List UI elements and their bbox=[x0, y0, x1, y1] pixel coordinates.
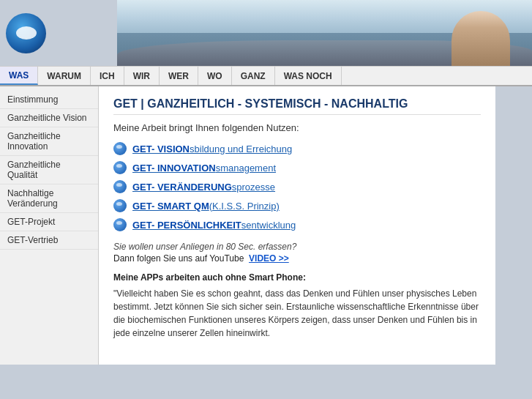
page-title: GET | GANZHEITLICH - SYSTEMISCH - NACHHA… bbox=[113, 97, 481, 115]
sidebar-item-vertrieb[interactable]: GET-Vertrieb bbox=[0, 231, 98, 250]
benefit-link-innovation[interactable]: GET- INNOVATIONsmanagement bbox=[132, 163, 276, 174]
sidebar-item-projekt[interactable]: GET-Projekt bbox=[0, 213, 98, 231]
video-follow-text: Dann folgen Sie uns auf YouTube bbox=[113, 253, 244, 264]
header bbox=[0, 0, 532, 66]
video-follow-line: Dann folgen Sie uns auf YouTube VIDEO >> bbox=[113, 253, 481, 264]
video-invite-text: Sie wollen unser Anliegen in 80 Sec. erf… bbox=[113, 242, 481, 252]
header-left bbox=[0, 0, 117, 66]
sidebar: Einstimmung Ganzheitliche Vision Ganzhei… bbox=[0, 86, 99, 365]
apps-section: Meine APPs arbeiten auch ohne Smart Phon… bbox=[113, 272, 481, 340]
benefit-prefix-vision: GET- VISION bbox=[132, 143, 190, 154]
benefits-list: GET- VISIONsbildung und Erreichung GET- … bbox=[113, 142, 481, 231]
benefit-suffix-innovation: smanagement bbox=[216, 163, 276, 174]
benefit-suffix-persoenlichkeit: sentwicklung bbox=[241, 220, 296, 231]
benefit-icon-veraenderung bbox=[113, 180, 127, 193]
benefit-icon-innovation bbox=[113, 161, 127, 174]
benefit-innovation: GET- INNOVATIONsmanagement bbox=[113, 161, 481, 174]
apps-title: Meine APPs arbeiten auch ohne Smart Phon… bbox=[113, 272, 481, 283]
benefit-smartqm: GET- SMART QM(K.I.S.S. Prinzip) bbox=[113, 199, 481, 212]
video-section: Sie wollen unser Anliegen in 80 Sec. erf… bbox=[113, 242, 481, 264]
header-banner bbox=[117, 0, 532, 66]
benefit-link-veraenderung[interactable]: GET- VERÄNDERUNGsprozesse bbox=[132, 182, 275, 193]
nav-item-wir[interactable]: WIR bbox=[124, 67, 160, 85]
sidebar-item-innovation[interactable]: Ganzheitliche Innovation bbox=[0, 127, 98, 156]
nav-item-wer[interactable]: WER bbox=[160, 67, 198, 85]
benefit-persoenlichkeit: GET- PERSÖNLICHKEITsentwicklung bbox=[113, 218, 481, 231]
benefit-icon-smartqm bbox=[113, 199, 127, 212]
person-silhouette bbox=[452, 11, 510, 66]
right-panel bbox=[495, 86, 532, 365]
sidebar-item-qualitaet[interactable]: Ganzheitliche Qualität bbox=[0, 156, 98, 184]
video-link[interactable]: VIDEO >> bbox=[249, 253, 289, 264]
main-navigation: WAS WARUM ICH WIR WER WO GANZ WAS NOCH bbox=[0, 66, 532, 86]
content-area: GET | GANZHEITLICH - SYSTEMISCH - NACHHA… bbox=[99, 86, 495, 365]
nav-item-was[interactable]: WAS bbox=[0, 67, 38, 85]
benefit-prefix-persoenlichkeit: GET- PERSÖNLICHKEIT bbox=[132, 220, 241, 231]
logo bbox=[6, 13, 46, 53]
nav-item-wo[interactable]: WO bbox=[198, 67, 232, 85]
benefit-vision: GET- VISIONsbildung und Erreichung bbox=[113, 142, 481, 155]
nav-item-ich[interactable]: ICH bbox=[91, 67, 124, 85]
benefit-prefix-veraenderung: GET- VERÄNDERUNG bbox=[132, 182, 232, 193]
benefit-suffix-vision: sbildung und Erreichung bbox=[190, 143, 292, 154]
nav-item-ganz[interactable]: GANZ bbox=[232, 67, 275, 85]
benefit-icon-vision bbox=[113, 142, 127, 155]
sidebar-item-einstimmung[interactable]: Einstimmung bbox=[0, 91, 98, 109]
sidebar-item-vision[interactable]: Ganzheitliche Vision bbox=[0, 109, 98, 127]
main-content: Einstimmung Ganzheitliche Vision Ganzhei… bbox=[0, 86, 532, 365]
sidebar-item-veraenderung[interactable]: Nachhaltige Veränderung bbox=[0, 184, 98, 213]
benefit-link-vision[interactable]: GET- VISIONsbildung und Erreichung bbox=[132, 143, 292, 154]
benefit-veraenderung: GET- VERÄNDERUNGsprozesse bbox=[113, 180, 481, 193]
content-subtitle: Meine Arbeit bringt Ihnen folgenden Nutz… bbox=[113, 122, 481, 133]
nav-item-warum[interactable]: WARUM bbox=[38, 67, 91, 85]
benefit-link-smartqm[interactable]: GET- SMART QM(K.I.S.S. Prinzip) bbox=[132, 201, 280, 212]
benefit-prefix-smartqm: GET- SMART QM bbox=[132, 201, 209, 212]
apps-text: "Vielleicht haben Sie es schon geahnt, d… bbox=[113, 287, 481, 340]
benefit-suffix-veraenderung: sprozesse bbox=[232, 182, 275, 193]
benefit-suffix-smartqm: (K.I.S.S. Prinzip) bbox=[209, 201, 280, 212]
benefit-icon-persoenlichkeit bbox=[113, 218, 127, 231]
benefit-link-persoenlichkeit[interactable]: GET- PERSÖNLICHKEITsentwicklung bbox=[132, 220, 296, 231]
nav-item-wasnoch[interactable]: WAS NOCH bbox=[275, 67, 342, 85]
benefit-prefix-innovation: GET- INNOVATION bbox=[132, 163, 216, 174]
